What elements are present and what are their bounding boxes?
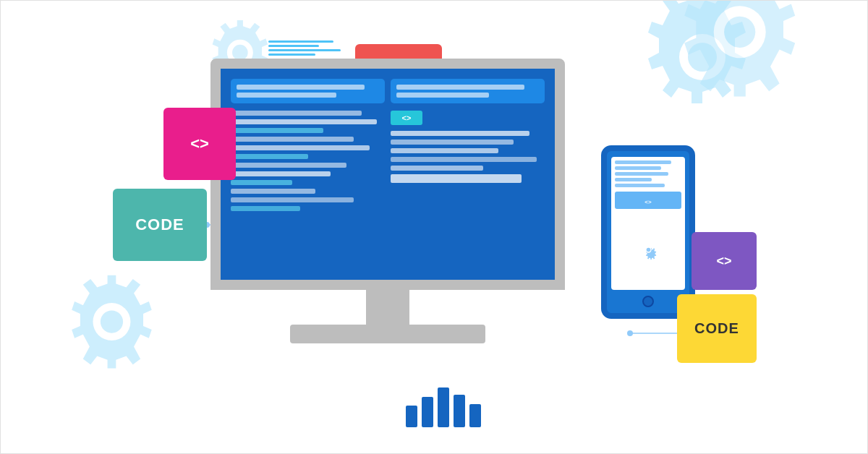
angle-bracket-pink-label: <>: [190, 134, 209, 153]
code-yellow-tag: CODE: [677, 294, 757, 363]
svg-point-1: [688, 43, 717, 72]
illustration-scene: JAVA: [1, 1, 868, 454]
monitor-screen: <>: [210, 59, 565, 290]
svg-point-5: [101, 310, 123, 333]
svg-rect-21: [438, 387, 449, 427]
svg-point-3: [724, 17, 755, 48]
phone-gear: [615, 213, 681, 286]
code-green-tag: CODE: [113, 189, 207, 261]
svg-rect-23: [469, 404, 481, 427]
svg-rect-22: [454, 395, 465, 427]
svg-rect-19: [406, 406, 417, 427]
phone: <>: [601, 145, 695, 319]
svg-point-25: [646, 248, 650, 252]
monitor: <>: [210, 59, 587, 333]
phone-screen: <>: [611, 157, 685, 290]
phone-code-bar: <>: [615, 192, 681, 209]
angle-bracket-pink-tag: <>: [163, 108, 236, 180]
svg-point-4: [93, 303, 130, 340]
svg-point-12: [627, 330, 633, 336]
code-yellow-label: CODE: [694, 320, 739, 337]
phone-home-button: [642, 296, 654, 307]
screen-left-col: [231, 79, 385, 270]
angle-bracket-purple-label: <>: [716, 254, 731, 269]
svg-rect-20: [422, 397, 433, 427]
svg-point-0: [679, 34, 726, 80]
angle-bracket-purple-tag: <>: [692, 232, 757, 290]
monitor-neck: [366, 288, 409, 328]
screen-code-tag: <>: [391, 111, 422, 125]
screen-right-col: <>: [391, 79, 545, 270]
monitor-base: [290, 325, 485, 343]
code-green-label: CODE: [135, 215, 184, 234]
code-bubble-right: [391, 79, 545, 103]
code-bubble-top: [231, 79, 385, 103]
svg-point-2: [714, 6, 766, 58]
